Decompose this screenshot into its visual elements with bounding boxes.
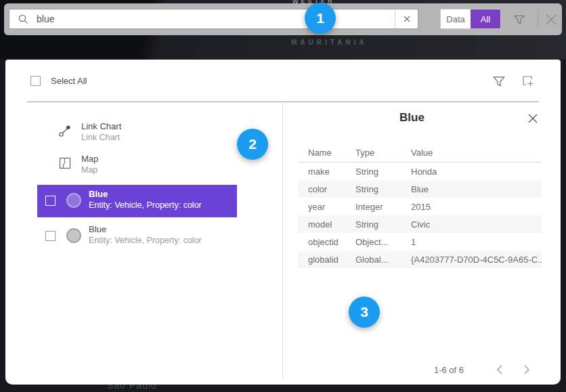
- select-all-row: Select All: [30, 76, 87, 86]
- result-item-blue-selected[interactable]: Blue Entity: Vehicle, Property: color: [37, 185, 237, 217]
- properties-table: Name Type Value make String Honda color …: [298, 144, 542, 268]
- chevron-right-icon: [523, 365, 530, 374]
- table-row: objectid Object... 1: [298, 233, 542, 251]
- toggle-option-all[interactable]: All: [471, 9, 500, 28]
- result-checkbox[interactable]: [45, 231, 56, 241]
- list-detail-divider: [282, 103, 283, 379]
- toolbar-divider: [538, 10, 538, 28]
- pagination-prev-button[interactable]: [492, 362, 508, 378]
- table-row: year Integer 2015: [298, 198, 542, 215]
- cell-type: Global...: [355, 255, 411, 265]
- annotation-callout-3: 3: [349, 297, 380, 328]
- pagination-label: 1-6 of 6: [412, 365, 486, 375]
- table-row: globalid Global... {A4203777-D70D-4C5C-9…: [298, 251, 542, 268]
- cell-type: String: [355, 219, 411, 230]
- entity-circle-icon: [66, 228, 81, 243]
- screen: WESTER MAURITANIA São Paulo blue Data Al…: [0, 0, 566, 392]
- result-title: Blue: [89, 224, 106, 234]
- select-all-label: Select All: [51, 76, 87, 86]
- cell-name: year: [308, 202, 355, 212]
- table-row: model String Civic: [298, 215, 542, 233]
- clear-x-icon: [403, 15, 411, 23]
- chevron-left-icon: [496, 365, 503, 374]
- cell-type: Integer: [355, 202, 411, 212]
- close-icon: [527, 113, 538, 124]
- cell-name: color: [308, 184, 355, 194]
- table-header-row: Name Type Value: [298, 144, 542, 162]
- cell-name: model: [308, 219, 355, 230]
- column-header-name: Name: [308, 148, 355, 158]
- detail-title: Blue: [282, 111, 542, 125]
- pagination-next-button[interactable]: [519, 362, 535, 378]
- toggle-option-data[interactable]: Data: [441, 9, 471, 28]
- map-label-mauritania: MAURITANIA: [291, 39, 368, 46]
- search-toolbar: blue Data All: [4, 3, 562, 35]
- toolbar-close-button[interactable]: [542, 11, 560, 28]
- table-row: make String Honda: [298, 162, 542, 180]
- result-subtitle: Entity: Vehicle, Property: color: [89, 200, 202, 210]
- cell-name: objectid: [308, 237, 355, 247]
- close-icon: [544, 12, 559, 27]
- entity-circle-icon: [66, 193, 81, 208]
- cell-value: Honda: [411, 167, 542, 177]
- cell-type: String: [355, 184, 411, 194]
- cell-type: String: [355, 167, 411, 177]
- annotation-callout-2: 2: [237, 129, 268, 160]
- cell-type: Object...: [355, 237, 411, 247]
- add-to-new-item-button[interactable]: [520, 73, 536, 89]
- filter-funnel-icon: [513, 13, 526, 26]
- search-input[interactable]: blue: [9, 9, 418, 29]
- scope-toggle: Data All: [440, 9, 501, 29]
- add-item-icon: [521, 74, 536, 89]
- toolbar-filter-button[interactable]: [510, 11, 528, 28]
- cell-value: 2015: [411, 202, 542, 212]
- detail-close-button[interactable]: [526, 112, 540, 125]
- result-checkbox[interactable]: [45, 196, 56, 206]
- list-item-title: Link Chart: [81, 121, 121, 131]
- search-icon: [9, 14, 37, 24]
- list-item-title: Map: [81, 154, 98, 164]
- clear-search-button[interactable]: [395, 9, 418, 28]
- cell-value: Civic: [411, 219, 542, 230]
- filter-funnel-icon: [492, 74, 506, 89]
- list-item-subtitle: Map: [81, 165, 97, 175]
- result-subtitle: Entity: Vehicle, Property: color: [89, 236, 202, 245]
- search-results-panel: Select All Link Chart Link Chart Map Map: [5, 60, 561, 385]
- annotation-callout-1: 1: [305, 3, 336, 34]
- search-value: blue: [37, 14, 395, 24]
- cell-name: globalid: [308, 255, 355, 265]
- table-row: color String Blue: [298, 180, 542, 198]
- select-all-checkbox[interactable]: [30, 76, 41, 86]
- cell-value: 1: [411, 237, 542, 247]
- column-header-type: Type: [355, 148, 411, 158]
- cell-value: {A4203777-D70D-4C5C-9A65-C...: [411, 255, 542, 265]
- map-icon: [58, 156, 72, 171]
- list-item-subtitle: Link Chart: [81, 133, 120, 142]
- result-item-blue[interactable]: Blue Entity: Vehicle, Property: color: [37, 220, 237, 253]
- panel-header-divider: [27, 102, 539, 102]
- column-header-value: Value: [411, 148, 542, 158]
- link-chart-icon: [58, 123, 72, 138]
- cell-name: make: [308, 167, 355, 177]
- panel-filter-button[interactable]: [491, 73, 507, 89]
- cell-value: Blue: [411, 184, 542, 194]
- result-title: Blue: [89, 189, 108, 199]
